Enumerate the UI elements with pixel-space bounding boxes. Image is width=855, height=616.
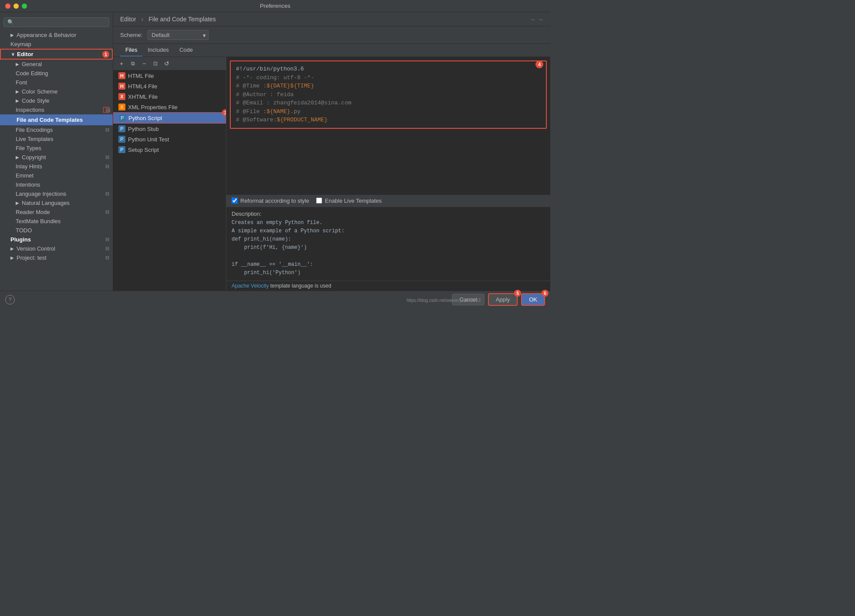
- nav-back-icon[interactable]: ←: [530, 16, 536, 23]
- sidebar-item-live-templates[interactable]: Live Templates: [0, 134, 113, 144]
- sidebar-item-file-code-templates[interactable]: File and Code Templates: [0, 114, 113, 125]
- sidebar-item-project-test[interactable]: ▶ Project: test ⊟: [0, 253, 113, 262]
- sidebar-item-code-editing[interactable]: Code Editing: [0, 69, 113, 78]
- tab-code[interactable]: Code: [174, 44, 198, 57]
- code-style-arrow-icon: ▶: [16, 98, 19, 103]
- sidebar-item-reader-mode[interactable]: Reader Mode ⊟: [0, 208, 113, 217]
- description-label: Description:: [232, 211, 545, 217]
- minimize-button[interactable]: [13, 3, 19, 9]
- file-item-xhtml[interactable]: X XHTML File: [113, 91, 226, 102]
- search-box[interactable]: 🔍: [3, 17, 109, 27]
- tab-includes[interactable]: Includes: [142, 44, 174, 57]
- file-item-label: HTML File: [128, 73, 154, 79]
- help-icon[interactable]: ?: [5, 295, 15, 305]
- breadcrumb-parent: Editor: [120, 16, 136, 23]
- reformat-checkbox[interactable]: [232, 198, 238, 204]
- file-item-html[interactable]: H HTML File: [113, 70, 226, 81]
- sidebar-item-inspections[interactable]: Inspections 2 ⊟: [0, 105, 113, 114]
- sidebar-item-font[interactable]: Font: [0, 78, 113, 87]
- reformat-label: Reformat according to style: [240, 198, 309, 204]
- sidebar-item-file-types[interactable]: File Types: [0, 144, 113, 153]
- sidebar-item-plugins[interactable]: Plugins ⊟: [0, 235, 113, 244]
- file-item-python-stub[interactable]: P Python Stub: [113, 124, 226, 134]
- sidebar-item-editor[interactable]: ∨ Editor 1: [0, 49, 113, 60]
- scheme-dropdown[interactable]: Default: [148, 30, 209, 40]
- tab-files[interactable]: Files: [120, 44, 142, 57]
- ok-annotation-badge: 6: [542, 290, 549, 297]
- live-templates-option[interactable]: Enable Live Templates: [316, 198, 382, 204]
- file-item-python-script[interactable]: P Python Script 3: [113, 112, 226, 124]
- window-controls[interactable]: [5, 3, 27, 9]
- duplicate-template-button[interactable]: ⊡: [151, 59, 160, 68]
- sidebar-item-todo[interactable]: TODO: [0, 226, 113, 235]
- version-control-arrow-icon: ▶: [10, 246, 14, 251]
- sidebar-label-font: Font: [16, 79, 109, 86]
- options-row: Reformat according to style Enable Live …: [226, 194, 550, 207]
- sidebar-item-language-injections[interactable]: Language Injections ⊟: [0, 189, 113, 198]
- nav-arrows: ← →: [530, 16, 543, 23]
- xhtml-file-icon: X: [118, 93, 125, 100]
- sidebar-label-copyright: Copyright: [22, 154, 104, 161]
- maximize-button[interactable]: [22, 3, 27, 9]
- apply-button[interactable]: Apply: [488, 293, 518, 306]
- xml-file-icon: X: [118, 104, 125, 110]
- reformat-option[interactable]: Reformat according to style: [232, 198, 309, 204]
- sidebar-label-live-templates: Live Templates: [16, 136, 109, 142]
- software-comment-pre: # @Software:: [236, 116, 277, 124]
- sidebar-item-general[interactable]: ▶ General: [0, 60, 113, 69]
- velocity-suffix: template language is used: [269, 283, 331, 289]
- sidebar-item-intentions[interactable]: Intentions: [0, 180, 113, 189]
- sidebar-label-version-control: Version Control: [17, 245, 104, 252]
- sidebar-item-file-encodings[interactable]: File Encodings ⊟: [0, 125, 113, 134]
- sidebar-label-todo: TODO: [16, 227, 109, 234]
- file-item-label: Python Unit Test: [128, 136, 169, 143]
- copy-template-button[interactable]: ⧉: [128, 59, 138, 68]
- sidebar-label-intentions: Intentions: [16, 181, 109, 188]
- add-template-button[interactable]: +: [117, 59, 126, 68]
- editor-annotation-badge: 1: [102, 51, 109, 58]
- python-script-annotation-badge: 3: [222, 109, 226, 116]
- tabs-row: Files Includes Code: [113, 44, 550, 57]
- sidebar-label-reader-mode: Reader Mode: [16, 209, 104, 215]
- search-input[interactable]: [16, 19, 105, 25]
- sidebar-label-emmet: Emmet: [16, 172, 109, 179]
- remove-template-button[interactable]: −: [139, 59, 149, 68]
- time-var: ${TIME}: [290, 82, 314, 90]
- breadcrumb-current: File and Code Templates: [148, 16, 216, 23]
- help-button-area[interactable]: ?: [5, 295, 15, 305]
- sidebar-item-natural-languages[interactable]: ▶ Natural Languages: [0, 198, 113, 208]
- sidebar-item-appearance[interactable]: ▶ Appearance & Behavior: [0, 30, 113, 40]
- sidebar-item-copyright[interactable]: ▶ Copyright ⊟: [0, 153, 113, 162]
- date-var: ${DATE}: [266, 82, 290, 90]
- sidebar-item-textmate-bundles[interactable]: TextMate Bundles: [0, 217, 113, 226]
- apache-velocity-link[interactable]: Apache Velocity: [232, 283, 269, 289]
- reset-template-button[interactable]: ↺: [162, 59, 172, 68]
- nav-forward-icon[interactable]: →: [538, 16, 543, 23]
- sidebar-item-inlay-hints[interactable]: Inlay Hints ⊟: [0, 162, 113, 171]
- file-item-python-unit-test[interactable]: P Python Unit Test: [113, 134, 226, 144]
- file-item-html4[interactable]: H HTML4 File: [113, 81, 226, 91]
- content-area: Editor › File and Code Templates ← → Sch…: [113, 12, 550, 291]
- code-editor[interactable]: #!/usr/bin/python3.6 # -*- coding: utf-8…: [230, 60, 547, 129]
- main-container: 🔍 ▶ Appearance & Behavior Keymap ∨ Edito…: [0, 12, 550, 291]
- sidebar-item-code-style[interactable]: ▶ Code Style: [0, 96, 113, 105]
- sidebar-label-code-editing: Code Editing: [16, 70, 109, 77]
- sidebar-item-color-scheme[interactable]: ▶ Color Scheme: [0, 87, 113, 96]
- body-split: + ⧉ − ⊡ ↺ H HTML File H HTML4 File: [113, 57, 550, 291]
- sidebar-item-keymap[interactable]: Keymap: [0, 40, 113, 49]
- file-item-xml-properties[interactable]: X XML Properties File: [113, 102, 226, 112]
- sidebar-item-version-control[interactable]: ▶ Version Control ⊟: [0, 244, 113, 253]
- file-item-setup-script[interactable]: P Setup Script: [113, 144, 226, 155]
- live-templates-checkbox[interactable]: [316, 198, 322, 204]
- py-unit-test-icon: P: [118, 136, 125, 143]
- sidebar-label-plugins: Plugins: [10, 236, 104, 243]
- code-line-2: # -*- coding: utf-8 -*-: [236, 74, 541, 82]
- scheme-select-wrapper[interactable]: Default: [148, 30, 209, 40]
- sidebar-item-emmet[interactable]: Emmet: [0, 171, 113, 180]
- ok-button[interactable]: OK: [521, 293, 545, 306]
- window-title: Preferences: [260, 3, 290, 9]
- sidebar: 🔍 ▶ Appearance & Behavior Keymap ∨ Edito…: [0, 12, 113, 291]
- file-item-label: Setup Script: [128, 147, 159, 153]
- close-button[interactable]: [5, 3, 10, 9]
- py-stub-icon: P: [118, 125, 125, 132]
